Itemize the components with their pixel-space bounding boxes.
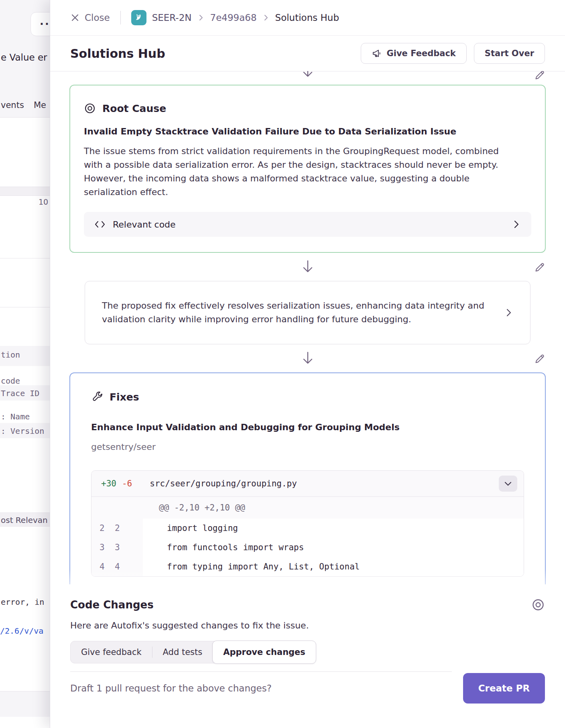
tag-key-fragment: : Version [1, 426, 44, 436]
diff-deletions: -6 [122, 479, 132, 488]
breadcrumb-event-id[interactable]: 7e499a68 [210, 12, 257, 23]
clipped-step-connector [69, 71, 546, 85]
diff-additions: +30 [101, 479, 116, 488]
step-connector [69, 347, 546, 370]
target-icon [531, 598, 545, 612]
diff-line-numbers: 3 3 [91, 538, 143, 557]
footer-heading-row: Code Changes [70, 598, 545, 612]
add-tests-action[interactable]: Add tests [152, 641, 213, 663]
seer-icon [131, 10, 146, 25]
breadcrumb-project[interactable]: SEER-2N [152, 12, 192, 23]
table-header-band [0, 187, 50, 196]
old-line-number: 4 [100, 562, 115, 571]
diff-file-header[interactable]: +30 -6 src/seer/grouping/grouping.py [91, 471, 524, 497]
fix-summary: Enhance Input Validation and Debugging f… [91, 422, 524, 432]
tag-key-fragment: Trace ID [1, 388, 39, 398]
create-pr-button[interactable]: Create PR [463, 673, 545, 704]
screen: ·· e Value er vents Me 10 tion code Trac… [0, 0, 565, 728]
start-over-button[interactable]: Start Over [474, 43, 545, 64]
diff-filename: src/seer/grouping/grouping.py [150, 479, 297, 488]
fixes-title: Fixes [110, 391, 139, 403]
drawer-header: Solutions Hub Give Feedback Start Over [50, 36, 565, 71]
new-line-number: 3 [115, 543, 130, 552]
megaphone-icon [372, 48, 382, 59]
divider [0, 307, 50, 307]
close-label: Close [85, 12, 110, 23]
tag-key-fragment: code [1, 376, 20, 386]
draft-pr-question: Draft 1 pull request for the above chang… [70, 671, 452, 705]
collapse-diff-button[interactable] [499, 476, 517, 492]
fixes-heading: Fixes [91, 391, 524, 403]
breadcrumb-divider [120, 11, 121, 24]
give-feedback-action[interactable]: Give feedback [71, 641, 152, 663]
close-button[interactable]: Close [70, 12, 110, 23]
root-cause-title: Root Cause [102, 103, 166, 114]
error-title-fragment: e Value er [1, 52, 47, 63]
approve-changes-action[interactable]: Approve changes [212, 641, 316, 664]
chevron-right-icon [262, 14, 270, 21]
tag-key-fragment: : Name [1, 412, 30, 421]
close-icon [70, 13, 80, 22]
background-panel [0, 527, 50, 691]
background-page: ·· e Value er vents Me 10 tion code Trac… [0, 0, 50, 728]
breadcrumb: Close SEER-2N 7e499a68 Solutions Hub [50, 0, 565, 36]
edit-step-button[interactable] [530, 71, 549, 84]
new-line-number: 4 [115, 562, 130, 571]
diff-hunk-header: @@ -2,10 +2,10 @@ [91, 497, 524, 519]
most-relevant-badge-fragment: ost Relevan [1, 515, 48, 525]
divider [0, 117, 50, 118]
new-line-number: 2 [115, 523, 130, 533]
solution-summary-text: The proposed fix effectively resolves se… [102, 299, 493, 326]
old-line-number: 2 [100, 523, 115, 533]
chevron-right-icon [511, 220, 521, 229]
root-cause-description: The issue stems from strict validation r… [84, 144, 509, 199]
fixes-card: Fixes Enhance Input Validation and Debug… [69, 372, 546, 598]
breadcrumb-page: Solutions Hub [275, 12, 339, 23]
diff-line: 4 4 from typing import Any, List, Option… [91, 557, 524, 576]
code-changes-subtitle: Here are Autofix's suggested changes to … [70, 620, 545, 630]
solution-summary-card[interactable]: The proposed fix effectively resolves se… [85, 281, 530, 344]
root-cause-heading: Root Cause [84, 102, 531, 114]
divider [0, 258, 50, 258]
chart-tick-fragment: 10 [39, 197, 48, 206]
edit-step-button[interactable] [530, 258, 549, 276]
root-cause-summary: Invalid Empty Stacktrace Validation Fail… [84, 126, 531, 136]
repo-name: getsentry/seer [91, 442, 524, 452]
diff-line: 3 3 from functools import wraps [91, 538, 524, 557]
root-cause-card: Root Cause Invalid Empty Stacktrace Vali… [69, 85, 546, 253]
background-panel [0, 118, 50, 512]
arrow-down-icon [301, 351, 315, 366]
diff-code: from typing import Any, List, Optional [143, 557, 360, 576]
create-pr-row: Draft 1 pull request for the above chang… [70, 671, 545, 705]
relevant-code-expander[interactable]: Relevant code [84, 212, 531, 237]
diff-code: from functools import wraps [143, 538, 304, 557]
arrow-down-icon [301, 71, 315, 79]
drawer-scroll-area[interactable]: Root Cause Invalid Empty Stacktrace Vali… [50, 71, 565, 598]
wrench-icon [91, 391, 103, 403]
edit-step-button[interactable] [530, 349, 549, 368]
arrow-down-icon [301, 259, 315, 275]
target-icon [84, 102, 96, 114]
give-feedback-button[interactable]: Give Feedback [361, 43, 467, 64]
diff-code: import logging [143, 519, 238, 538]
page-title: Solutions Hub [70, 47, 165, 61]
divider [0, 691, 50, 691]
background-panel [0, 717, 50, 728]
start-over-label: Start Over [485, 49, 534, 58]
chevron-right-icon [504, 308, 513, 317]
diff-line-numbers: 4 4 [91, 557, 143, 576]
footer-action-group: Give feedback Add tests Approve changes [70, 641, 316, 663]
tag-key-fragment: tion [1, 350, 20, 360]
code-changes-title: Code Changes [70, 599, 154, 611]
solutions-hub-drawer: Close SEER-2N 7e499a68 Solutions Hub Sol… [50, 0, 565, 728]
overflow-menu-button[interactable]: ·· [30, 12, 50, 36]
code-changes-footer: Code Changes Here are Autofix's suggeste… [50, 584, 565, 728]
give-feedback-label: Give Feedback [387, 49, 456, 58]
chevron-right-icon [197, 14, 205, 21]
diff-viewer: +30 -6 src/seer/grouping/grouping.py @@ … [91, 470, 524, 577]
tab-fragment[interactable]: Me [34, 100, 46, 110]
step-connector [69, 255, 546, 279]
diff-line: 2 2 import logging [91, 519, 524, 538]
tab-events-fragment[interactable]: vents [1, 100, 24, 110]
docs-link-fragment[interactable]: /2.6/v/va [0, 626, 43, 636]
